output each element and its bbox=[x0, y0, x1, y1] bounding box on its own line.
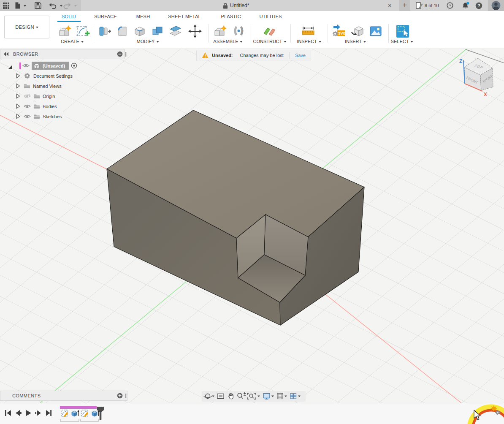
undo-icon[interactable] bbox=[49, 2, 57, 9]
fillet-icon[interactable] bbox=[115, 24, 130, 39]
joint-icon[interactable] bbox=[231, 24, 247, 39]
pan-icon[interactable] bbox=[229, 393, 233, 399]
folder-icon bbox=[33, 114, 40, 119]
save-icon[interactable] bbox=[35, 2, 41, 9]
active-tab-underline bbox=[57, 21, 81, 22]
insert-mesh-icon[interactable] bbox=[350, 24, 366, 39]
clock-icon[interactable] bbox=[447, 2, 453, 9]
help-icon[interactable]: ? bbox=[475, 2, 482, 9]
orbit-icon[interactable] bbox=[204, 394, 211, 399]
group-inspect[interactable]: INSPECT bbox=[297, 39, 321, 44]
folder-icon bbox=[33, 103, 40, 109]
canvas-image-icon[interactable] bbox=[368, 24, 383, 39]
browser-root-row[interactable]: (Unsaved) bbox=[18, 61, 79, 70]
comments-resize-handle[interactable] bbox=[125, 394, 127, 398]
collapse-icon[interactable] bbox=[3, 52, 9, 57]
fit-icon[interactable] bbox=[247, 393, 256, 399]
timeline-play-button[interactable] bbox=[24, 409, 32, 417]
browser-item-bodies[interactable]: Bodies bbox=[22, 102, 61, 111]
tab-utilities[interactable]: UTILITIES bbox=[259, 14, 282, 19]
group-construct[interactable]: CONSTRUCT bbox=[253, 39, 286, 44]
tab-surface[interactable]: SURFACE bbox=[94, 14, 117, 19]
undo-caret[interactable] bbox=[60, 5, 62, 7]
browser-minimize-icon[interactable] bbox=[117, 51, 123, 57]
activate-radio-icon[interactable] bbox=[71, 63, 77, 69]
construct-plane-icon[interactable] bbox=[262, 24, 277, 39]
tab-close-icon[interactable]: × bbox=[388, 2, 392, 9]
zoom-icon[interactable] bbox=[238, 392, 246, 399]
group-modify[interactable]: MODIFY bbox=[137, 39, 159, 44]
new-tab-button[interactable]: + bbox=[399, 0, 410, 11]
assemble-component-icon[interactable] bbox=[213, 24, 228, 39]
group-assemble[interactable]: ASSEMBLE bbox=[213, 39, 242, 44]
browser-header[interactable]: BROWSER bbox=[0, 49, 125, 59]
eye-hidden-icon[interactable] bbox=[24, 94, 31, 98]
combine-icon[interactable] bbox=[150, 24, 165, 39]
comments-bar[interactable]: COMMENTS bbox=[0, 391, 127, 401]
group-select[interactable]: SELECT bbox=[391, 39, 413, 44]
tab-mesh[interactable]: MESH bbox=[136, 14, 150, 19]
comments-add-icon[interactable] bbox=[117, 393, 123, 399]
timeline-step-forward-button[interactable] bbox=[35, 409, 42, 417]
save-button[interactable]: Save bbox=[295, 53, 306, 58]
job-status-icon[interactable] bbox=[416, 2, 423, 9]
measure-icon[interactable] bbox=[301, 24, 316, 39]
expand-arrow-doc-settings[interactable] bbox=[15, 73, 21, 79]
grid-icon[interactable] bbox=[277, 394, 283, 399]
timeline-go-to-start-button[interactable] bbox=[4, 409, 12, 417]
root-expand-icon[interactable] bbox=[7, 63, 14, 70]
insert-svg-icon[interactable]: SVG bbox=[332, 24, 347, 39]
look-at-icon[interactable] bbox=[217, 394, 224, 399]
browser-item-origin[interactable]: Origin bbox=[22, 92, 59, 101]
eye-icon[interactable] bbox=[24, 104, 31, 109]
avatar-area[interactable] bbox=[488, 0, 504, 11]
notification-bell-icon[interactable] bbox=[462, 2, 469, 9]
viewports-icon[interactable] bbox=[290, 394, 296, 399]
app-grid-icon[interactable] bbox=[3, 3, 9, 9]
timeline-step-back-button[interactable] bbox=[14, 409, 22, 417]
eye-icon[interactable] bbox=[24, 114, 31, 119]
expand-arrow-sketches[interactable] bbox=[15, 113, 21, 120]
tab-solid[interactable]: SOLID bbox=[62, 14, 76, 19]
move-icon[interactable] bbox=[187, 24, 203, 39]
root-visibility-eye-icon[interactable] bbox=[22, 63, 30, 68]
fit-caret[interactable] bbox=[257, 396, 260, 397]
expand-arrow-bodies[interactable] bbox=[15, 103, 21, 109]
display-settings-icon[interactable] bbox=[263, 394, 270, 400]
document-title: Untitled* bbox=[230, 3, 249, 8]
create-sketch-icon[interactable] bbox=[75, 24, 90, 39]
redo-caret[interactable] bbox=[74, 5, 77, 7]
redo-icon[interactable] bbox=[63, 2, 71, 9]
timeline-feature-sketch2[interactable] bbox=[81, 409, 89, 418]
display-caret[interactable] bbox=[271, 396, 274, 397]
offset-face-icon[interactable] bbox=[168, 24, 183, 39]
timeline-feature-sketch1[interactable] bbox=[60, 409, 69, 418]
browser-resize-handle[interactable] bbox=[125, 52, 127, 57]
titlebar: Untitled* × + 8 of 10 ? bbox=[0, 0, 504, 11]
expand-arrow-named-views[interactable] bbox=[15, 83, 21, 89]
select-icon[interactable] bbox=[395, 24, 410, 39]
tab-sheet-metal[interactable]: SHEET METAL bbox=[168, 14, 201, 19]
group-create[interactable]: CREATE bbox=[61, 39, 84, 44]
timeline-go-to-end-button[interactable] bbox=[45, 409, 52, 417]
orbit-caret[interactable] bbox=[212, 396, 214, 397]
browser-title: BROWSER bbox=[13, 52, 38, 57]
browser-item-document-settings[interactable]: Document Settings bbox=[22, 71, 77, 80]
viewports-caret[interactable] bbox=[298, 396, 301, 397]
grid-caret[interactable] bbox=[285, 396, 287, 397]
shell-icon[interactable] bbox=[133, 24, 148, 39]
press-pull-icon[interactable] bbox=[97, 24, 112, 39]
file-menu-caret[interactable] bbox=[24, 5, 26, 7]
root-selected-chip[interactable]: (Unsaved) bbox=[32, 62, 69, 70]
browser-item-sketches[interactable]: Sketches bbox=[22, 112, 66, 121]
timeline-feature-extrude1[interactable] bbox=[70, 409, 79, 418]
folder-icon bbox=[24, 83, 30, 89]
file-icon[interactable] bbox=[15, 2, 20, 9]
group-insert[interactable]: INSERT bbox=[345, 39, 366, 44]
new-component-icon[interactable] bbox=[57, 24, 73, 39]
workspace-switcher[interactable]: DESIGN bbox=[4, 16, 49, 38]
job-status-count[interactable]: 8 of 10 bbox=[425, 3, 439, 8]
browser-item-named-views[interactable]: Named Views bbox=[22, 82, 66, 90]
tab-plastic[interactable]: PLASTIC bbox=[221, 14, 241, 19]
expand-arrow-origin[interactable] bbox=[15, 93, 21, 99]
